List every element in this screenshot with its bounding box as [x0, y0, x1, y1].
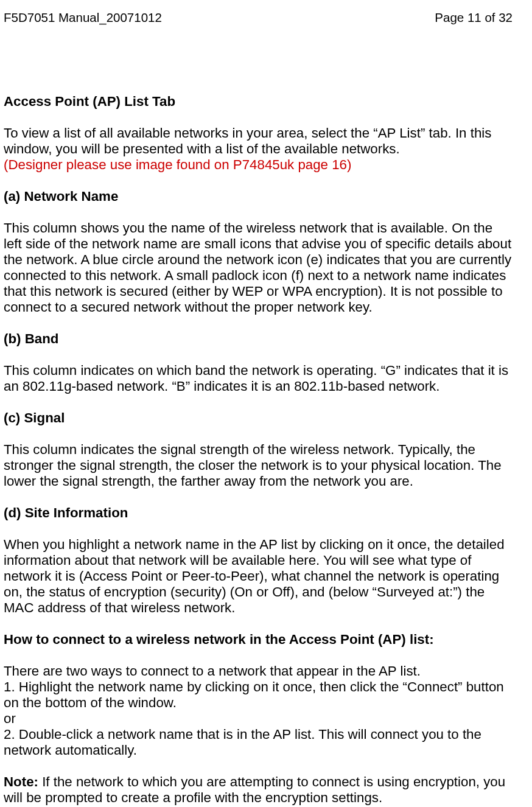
- section-title-how-connect: How to connect to a wireless network in …: [4, 632, 513, 648]
- how-connect-step1: 1. Highlight the network name by clickin…: [4, 679, 513, 711]
- note-label: Note:: [4, 774, 42, 789]
- header-right: Page 11 of 32: [435, 10, 513, 26]
- section-title-signal: (c) Signal: [4, 410, 513, 426]
- section-body-site-info: When you highlight a network name in the…: [4, 537, 513, 616]
- section-title-band: (b) Band: [4, 331, 513, 347]
- how-connect-intro: There are two ways to connect to a netwo…: [4, 663, 513, 679]
- section-title-site-info: (d) Site Information: [4, 505, 513, 521]
- designer-note: (Designer please use image found on P748…: [4, 157, 513, 173]
- header-left: F5D7051 Manual_20071012: [4, 10, 162, 26]
- how-connect-step2: 2. Double-click a network name that is i…: [4, 727, 513, 758]
- section-body-signal: This column indicates the signal strengt…: [4, 442, 513, 489]
- page: F5D7051 Manual_20071012 Page 11 of 32 Ac…: [0, 0, 532, 807]
- section-body-band: This column indicates on which band the …: [4, 363, 513, 394]
- section-body-network-name: This column shows you the name of the wi…: [4, 220, 513, 315]
- section-title-ap-list-tab: Access Point (AP) List Tab: [4, 94, 513, 110]
- section-body-ap-list-tab: To view a list of all available networks…: [4, 125, 513, 157]
- note-body: If the network to which you are attempti…: [4, 774, 505, 805]
- page-header: F5D7051 Manual_20071012 Page 11 of 32: [4, 10, 513, 26]
- how-connect-or: or: [4, 711, 513, 727]
- note-paragraph: Note: If the network to which you are at…: [4, 774, 513, 806]
- section-title-network-name: (a) Network Name: [4, 189, 513, 204]
- page-content: Access Point (AP) List Tab To view a lis…: [4, 94, 513, 807]
